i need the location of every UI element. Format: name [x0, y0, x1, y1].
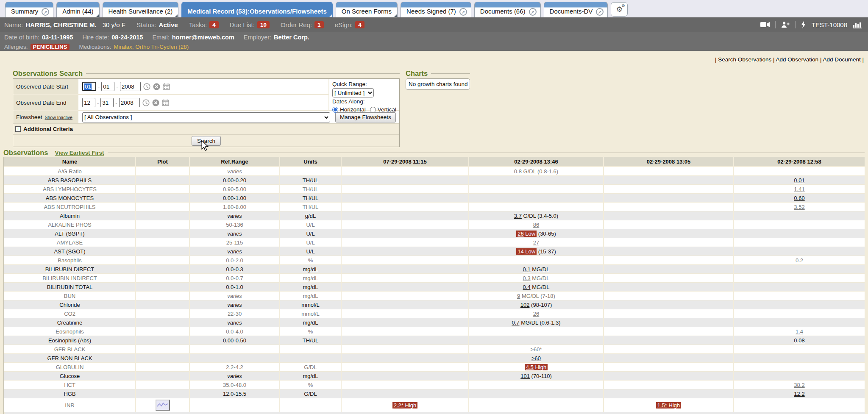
obs-value-link[interactable]: 26 — [533, 311, 539, 317]
manage-flowsheets-button[interactable]: Manage Flowsheets — [335, 112, 396, 122]
obs-name: ALT (SGPT) — [4, 229, 136, 238]
obs-value-cell — [341, 203, 469, 211]
obs-units: % — [280, 256, 341, 265]
obs-value-link[interactable]: 3.7 — [514, 213, 522, 219]
obs-value-link[interactable]: 1.5* — [657, 402, 667, 408]
obs-value-link[interactable]: 101 — [520, 373, 530, 379]
obs-units: G/DL — [280, 363, 341, 372]
tab-admin[interactable]: Admin (44) — [56, 2, 99, 17]
date-start-day-input[interactable] — [101, 82, 114, 91]
medication-link[interactable]: Miralax — [114, 44, 132, 50]
date-start-year-input[interactable] — [120, 82, 141, 91]
clock-icon[interactable] — [143, 83, 150, 90]
obs-plot-cell — [136, 211, 189, 220]
date-separator: - — [98, 83, 100, 90]
esign-badge[interactable]: 4 — [355, 21, 364, 28]
clear-date-icon[interactable] — [152, 99, 159, 106]
popout-icon[interactable]: ↗ — [42, 8, 49, 16]
obs-value-extra: MG/DL (0.6-1.3) — [520, 320, 561, 326]
obs-row: Creatininevariesmg/dL0.7 MG/DL (0.6-1.3) — [4, 318, 865, 327]
medication-link[interactable]: Ortho Tri-Cyclen (28) — [135, 44, 189, 50]
flowsheet-select[interactable]: [ All Observations ] — [82, 112, 330, 122]
date-end-month-input[interactable] — [82, 98, 95, 107]
popout-icon[interactable]: ↗ — [459, 8, 467, 16]
obs-value-link[interactable]: 0.7 — [512, 320, 519, 326]
tab-medical-record[interactable]: Medical Record (53):Observations/Flowshe… — [181, 2, 332, 17]
show-inactive-link[interactable]: Show Inactive — [45, 115, 72, 120]
date-start-month-input[interactable]: 01 — [82, 82, 96, 91]
tab-documents[interactable]: Documents (66) ↗ — [474, 2, 541, 17]
lightning-bolt-icon[interactable] — [801, 21, 806, 28]
tasks-badge[interactable]: 4 — [209, 21, 219, 28]
obs-value-link[interactable]: 0.01 — [794, 177, 804, 183]
obs-units: mg/dL — [280, 265, 341, 274]
obs-name: ALKALINE PHOS — [4, 220, 136, 229]
tab-health-surveillance[interactable]: Health Surveillance (2) — [103, 2, 179, 17]
clear-date-icon[interactable] — [153, 83, 160, 90]
video-camera-icon[interactable] — [760, 21, 770, 28]
tab-summary[interactable]: Summary ↗ — [5, 2, 53, 17]
search-observations-link[interactable]: Search Observations — [718, 56, 771, 63]
search-button[interactable]: Search — [192, 136, 221, 146]
allergy-badge[interactable]: PENICILLINS — [31, 44, 70, 50]
obs-value-cell — [734, 372, 865, 381]
obs-value-link[interactable]: 12.2 — [794, 391, 804, 397]
obs-row: GLOBULIN2.2-4.2G/DL4.5 High — [4, 363, 865, 372]
order-req-badge[interactable]: 1 — [314, 21, 324, 28]
obs-value-link[interactable]: 3.52 — [794, 204, 804, 210]
tab-documents-dv[interactable]: Documents-DV ↗ — [544, 2, 608, 17]
obs-value-link[interactable]: 0.4 — [523, 284, 531, 290]
obs-value-link[interactable]: 38.2 — [794, 382, 804, 388]
obs-value-link[interactable]: 0.1 — [523, 266, 531, 272]
quick-range-select[interactable]: [ Unlimited ] — [332, 88, 374, 97]
date-end-year-input[interactable] — [119, 98, 140, 107]
obs-units: mg/dL — [280, 283, 341, 292]
obs-value-cell — [341, 381, 469, 389]
obs-value-link[interactable]: >60 — [531, 355, 541, 361]
obs-value-link[interactable]: 1.4 — [796, 328, 803, 335]
obs-value-cell — [341, 247, 469, 256]
add-user-icon[interactable] — [781, 21, 790, 28]
dates-along-horizontal-radio[interactable] — [332, 107, 338, 113]
obs-plot-cell — [136, 274, 189, 283]
clock-icon[interactable] — [142, 99, 150, 106]
obs-value-link[interactable]: 86 — [533, 222, 539, 228]
obs-ref-range: 0.00-1.00 — [189, 194, 280, 203]
expand-criteria-icon[interactable]: + — [15, 126, 21, 132]
obs-ref-range: 0.0-1.0 — [189, 283, 280, 292]
obs-value-link[interactable]: 0.08 — [794, 337, 804, 344]
obs-value-link[interactable]: 14 — [517, 248, 523, 255]
add-observation-link[interactable]: Add Observation — [776, 56, 819, 63]
obs-value-link[interactable]: 0.2 — [796, 257, 803, 264]
calendar-icon[interactable] — [163, 83, 170, 90]
obs-row: A/G Ratiovaries0.8 G/DL (0.8-1.6) — [4, 167, 865, 176]
tab-on-screen-forms[interactable]: On Screen Forms — [336, 2, 398, 17]
obs-value-link[interactable]: 2.2* — [394, 402, 403, 408]
tab-needs-signed[interactable]: Needs Signed (7) ↗ — [401, 2, 471, 17]
obs-value-link[interactable]: 0.3 — [523, 275, 531, 281]
settings-tab[interactable]: ⚙ ⚙ — [611, 2, 628, 17]
obs-value-link[interactable]: 102 — [520, 302, 530, 308]
obs-value-cell — [469, 194, 604, 203]
obs-value-link[interactable]: >60* — [530, 346, 542, 353]
obs-value-link[interactable]: 4.5 — [526, 364, 534, 370]
obs-value-link[interactable]: 0.60 — [794, 195, 804, 201]
search-panel-title: Observations Search — [13, 69, 83, 78]
date-end-day-input[interactable] — [100, 98, 114, 107]
obs-value-link[interactable]: 26 — [517, 231, 523, 237]
dates-along-vertical-radio[interactable] — [370, 107, 376, 113]
add-document-link[interactable]: Add Document — [823, 56, 860, 63]
popout-icon[interactable]: ↗ — [529, 8, 537, 16]
obs-value-cell: 27 — [469, 238, 604, 247]
bar-chart-icon[interactable] — [853, 21, 862, 28]
due-list-badge[interactable]: 10 — [257, 21, 270, 28]
obs-value-cell: 0.8 G/DL (0.8-1.6) — [469, 167, 604, 176]
popout-icon[interactable]: ↗ — [596, 8, 604, 16]
sparkline-plot-icon[interactable] — [156, 400, 170, 411]
obs-value-link[interactable]: 0.8 — [514, 168, 522, 175]
obs-value-link[interactable]: 1.41 — [794, 186, 804, 192]
obs-value-link[interactable]: 27 — [533, 239, 539, 246]
view-earliest-first-link[interactable]: View Earliest First — [55, 150, 104, 156]
calendar-icon[interactable] — [162, 99, 169, 106]
obs-value-extra: MG/DL — [531, 275, 550, 281]
